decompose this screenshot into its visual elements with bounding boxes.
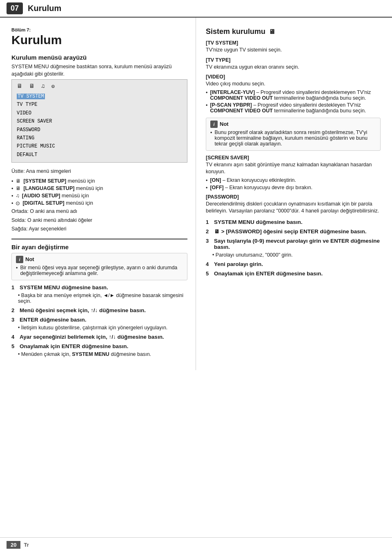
- screen-saver-on-text: [ON] – Ekran koruyucuyu etkinleştirin.: [210, 177, 296, 183]
- step-3-text: ENTER düğmesine basın.: [20, 317, 87, 323]
- menu-bullet-language-icon: 🖥: [16, 185, 21, 191]
- subsection1-heading: Kurulum menüsü arayüzü: [11, 54, 187, 61]
- step-4-main: 4 Ayar seçeneğinizi belirlemek için, ↑/↓…: [11, 334, 187, 340]
- bullet-dot: •: [206, 178, 207, 183]
- step-5: 5 Onaylamak için ENTER düğmesine basın. …: [11, 343, 187, 357]
- step-2: 2 Menü öğesini seçmek için, ↑/↓ düğmesin…: [11, 307, 187, 313]
- bullet-dot: •: [11, 193, 13, 199]
- note-right-text: Bunu progresif olarak ayarladıktan sonra…: [214, 130, 376, 147]
- section-divider: [11, 239, 187, 239]
- bullet-dot: •: [11, 179, 13, 184]
- note-box-title: i Not: [16, 256, 183, 263]
- menu-items-list: TV SYSTEM TV TYPE VIDEO SCREEN SAVER PAS…: [17, 92, 182, 159]
- page-number: 20: [7, 541, 20, 549]
- video-tag: [VIDEO]: [206, 74, 381, 80]
- menu-legend: Üstte: Ana menü simgeleri: [11, 168, 187, 174]
- step-1: 1 SYSTEM MENU düğmesine basın. • Başka b…: [11, 284, 187, 304]
- screen-saver-on: • [ON] – Ekran koruyucuyu etkinleştirin.: [206, 177, 381, 183]
- menu-item-video: VIDEO: [17, 109, 182, 117]
- right-step-1-num: 1: [206, 219, 212, 225]
- right-step-4-text: Yeni parolayı girin.: [214, 261, 263, 267]
- step-2-text: Menü öğesini seçmek için, ↑/↓ düğmesine …: [20, 307, 146, 313]
- menu-box: 🖥 🖥 ♫ ⊙ TV SYSTEM TV TYPE VIDEO SCREEN S…: [11, 79, 187, 163]
- chapter-number: 07: [7, 2, 23, 14]
- screen-saver-tag: [SCREEN SAVER]: [206, 155, 381, 161]
- bullet-dot: •: [206, 90, 207, 96]
- tv-type-tag: [TV TYPE]: [206, 57, 381, 63]
- password-text: Derecelendirilmiş diskleri çocukların oy…: [206, 201, 381, 215]
- step-5-text: Onaylamak için ENTER düğmesine basın.: [20, 343, 128, 349]
- video-text: Video çıkış modunu seçin.: [206, 80, 381, 88]
- bullet-dot: •: [11, 186, 13, 192]
- step-4: 4 Ayar seçeneğinizi belirlemek için, ↑/↓…: [11, 334, 187, 340]
- bullet-dot: •: [210, 130, 212, 136]
- note-box-right: i Not • Bunu progresif olarak ayarladıkt…: [206, 118, 381, 151]
- step-2-main: 2 Menü öğesini seçmek için, ↑/↓ düğmesin…: [11, 307, 187, 313]
- step-2-num: 2: [11, 307, 17, 313]
- right-step-1-text: SYSTEM MENU düğmesine basın.: [214, 219, 303, 225]
- video-bullet-interlace-text: [INTERLACE-YUV] – Progresif video sinyal…: [210, 89, 381, 101]
- menu-item-tvsystem: TV SYSTEM: [17, 92, 182, 101]
- bullet-dot: •: [206, 103, 207, 108]
- note-box-right-title: i Not: [210, 121, 376, 128]
- right-heading-text: Sistem kurulumu: [206, 27, 265, 36]
- note-label: Not: [25, 256, 34, 262]
- video-bullet-pscan: • [P-SCAN YPBPR] – Progresif video sinya…: [206, 102, 381, 114]
- left-column: Bölüm 7: Kurulum Kurulum menüsü arayüzü …: [0, 18, 196, 370]
- subsection1-intro: SYSTEM MENU düğmesine bastıktan sonra, k…: [11, 63, 187, 78]
- monitor-icon: 🖥: [269, 28, 275, 36]
- step-4-num: 4: [11, 334, 17, 340]
- menu-bullet-system: • 🖥 [SYSTEM SETUP] menüsü için: [11, 178, 187, 184]
- language-label: Tr: [24, 542, 29, 548]
- menu-bullet-digital-text: [DIGITAL SETUP] menüsü için: [22, 200, 93, 206]
- menu-legend-title: Üstte: Ana menü simgeleri: [11, 168, 187, 174]
- note-text: Bir menü öğesi veya ayar seçeneği grileş…: [20, 265, 183, 276]
- right-step-2-main: 2 🖥 > [PASSWORD] öğesini seçip ENTER düğ…: [206, 228, 381, 235]
- right-column: Sistem kurulumu 🖥 [TV SYSTEM] TV'nize uy…: [196, 18, 392, 370]
- right-step-3-text: Sayı tuşlarıyla (0-9) mevcut parolayı gi…: [214, 238, 381, 250]
- tv-system-text: TV'nize uygun TV sistemini seçin.: [206, 47, 381, 54]
- right-section-heading: Sistem kurulumu 🖥: [206, 27, 381, 36]
- right-step-4-num: 4: [206, 261, 212, 267]
- menu-bullet-system-icon: 🖥: [16, 178, 21, 184]
- right-step-1-main: 1 SYSTEM MENU düğmesine basın.: [206, 219, 381, 225]
- step-1-num: 1: [11, 284, 17, 291]
- right-step-3-sub: • Parolayı unutursanız, "0000" girin.: [212, 252, 381, 258]
- right-step-5-num: 5: [206, 270, 212, 277]
- header: 07 Kurulum: [0, 0, 392, 18]
- right-step-4-main: 4 Yeni parolayı girin.: [206, 261, 381, 267]
- screen-saver-off-text: [OFF] – Ekran koruyucuyu devre dışı bıra…: [210, 185, 312, 190]
- right-step-3: 3 Sayı tuşlarıyla (0-9) mevcut parolayı …: [206, 238, 381, 258]
- menu-bullet-system-text: [SYSTEM SETUP] menüsü için: [23, 178, 95, 184]
- right-step-2-num: 2: [206, 228, 212, 235]
- page-footer: 20 Tr: [0, 537, 392, 552]
- note-box-left: i Not • Bir menü öğesi veya ayar seçeneğ…: [11, 253, 187, 280]
- right-step-3-main: 3 Sayı tuşlarıyla (0-9) mevcut parolayı …: [206, 238, 381, 250]
- right-step-4: 4 Yeni parolayı girin.: [206, 261, 381, 267]
- step-5-num: 5: [11, 343, 17, 349]
- video-bullet-interlace: • [INTERLACE-YUV] – Progresif video siny…: [206, 89, 381, 101]
- menu-icons: 🖥 🖥 ♫ ⊙: [17, 83, 182, 90]
- screen-saver-text: TV ekranını aşırı sabit görüntüye maruz …: [206, 161, 381, 176]
- right-step-2-text: 🖥 > [PASSWORD] öğesini seçip ENTER düğme…: [214, 228, 366, 235]
- menu-item-default: DEFAULT: [17, 151, 182, 159]
- menu-bullet-digital: • ⊙ [DIGITAL SETUP] menüsü için: [11, 200, 187, 206]
- step-3-sub: • İletişim kutusu gösterilirse, çalıştır…: [18, 325, 187, 331]
- icon-language: 🖥: [29, 83, 35, 90]
- right-step-5-main: 5 Onaylamak için ENTER düğmesine basın.: [206, 270, 381, 277]
- menu-ortada: Ortada: O anki ana menü adı: [11, 208, 187, 215]
- menu-sagda: Sağda: Ayar seçenekleri: [11, 226, 187, 233]
- menu-item-screensaver: SCREEN SAVER: [17, 117, 182, 125]
- step-5-sub: • Menüden çıkmak için, SYSTEM MENU düğme…: [18, 351, 187, 357]
- note-icon-right: i: [210, 121, 218, 128]
- page-title: Kurulum: [11, 33, 187, 47]
- menu-solda: Solda: O anki menü altındaki öğeler: [11, 217, 187, 224]
- step-5-main: 5 Onaylamak için ENTER düğmesine basın.: [11, 343, 187, 349]
- menu-bullet-language: • 🖥 [LANGUAGE SETUP] menüsü için: [11, 185, 187, 192]
- menu-item-tvtype: TV TYPE: [17, 101, 182, 109]
- subsection2-heading: Bir ayarı değiştirme: [11, 244, 187, 250]
- menu-bullet-audio: • ♫ [AUDIO SETUP] menüsü için: [11, 193, 187, 199]
- main-content: Bölüm 7: Kurulum Kurulum menüsü arayüzü …: [0, 18, 392, 370]
- bullet-dot: •: [206, 185, 207, 191]
- menu-item-rating: RATING: [17, 134, 182, 142]
